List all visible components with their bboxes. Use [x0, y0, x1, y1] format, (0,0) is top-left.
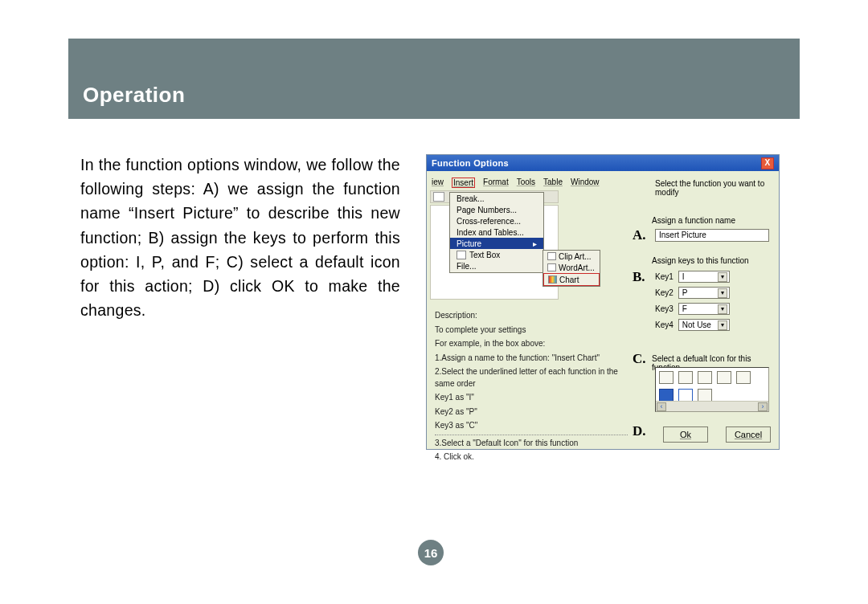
submenu-wordart-label: WordArt... [559, 263, 595, 272]
callout-C: C. [633, 351, 646, 367]
icon-option[interactable] [736, 371, 751, 384]
menu-insert[interactable]: Insert [452, 178, 475, 188]
submenu-chart[interactable]: Chart [543, 273, 600, 286]
key1-select[interactable]: I▾ [678, 271, 730, 283]
menu-view[interactable]: iew [432, 178, 444, 188]
icon-option[interactable] [659, 371, 674, 384]
menu-item-file[interactable]: File... [450, 261, 543, 272]
scroll-left-icon[interactable]: ‹ [657, 402, 666, 411]
submenu-chart-label: Chart [559, 275, 579, 284]
menu-item-page-numbers[interactable]: Page Numbers... [450, 204, 543, 215]
insert-menu-dropdown: Break... Page Numbers... Cross-reference… [449, 192, 544, 273]
submenu-wordart[interactable]: WordArt... [543, 262, 600, 273]
body-paragraph: In the function options window, we follo… [80, 153, 400, 323]
key4-row: Key4 Not Use▾ [655, 319, 730, 331]
toolbar-icon[interactable] [433, 192, 444, 202]
clipart-icon [547, 252, 556, 260]
assign-keys-label: Assign keys to this function [652, 256, 749, 265]
page-banner: Operation [68, 39, 800, 119]
icon-option[interactable] [678, 389, 693, 402]
description-block: Description: To complete your settings F… [435, 308, 628, 463]
dialog-body: iew Insert Format Tools Table Window Bre… [427, 171, 779, 449]
dialog-button-row: Ok Cancel [663, 426, 771, 443]
function-options-dialog: Function Options X iew Insert Format Too… [426, 154, 780, 450]
dialog-titlebar: Function Options X [427, 155, 779, 171]
key1-row: Key1 I▾ [655, 271, 730, 283]
key1-label: Key1 [655, 272, 674, 281]
icon-option[interactable] [678, 371, 693, 384]
wordart-icon [547, 263, 556, 271]
icon-option-selected[interactable] [659, 389, 674, 402]
desc-line: 4. Click ok. [435, 451, 628, 463]
menu-window[interactable]: Window [571, 178, 600, 188]
menu-item-index-tables[interactable]: Index and Tables... [450, 226, 543, 238]
key4-label: Key4 [655, 320, 674, 329]
textbox-icon [457, 251, 466, 259]
desc-line: To complete your settings [435, 324, 628, 337]
menu-item-cross-reference[interactable]: Cross-reference... [450, 215, 543, 226]
desc-line: Key1 as "I" [435, 392, 628, 404]
desc-line: 2.Select the underlined letter of each f… [435, 366, 628, 390]
chart-icon [548, 275, 557, 284]
key3-row: Key3 F▾ [655, 303, 730, 315]
chevron-down-icon: ▾ [718, 320, 727, 330]
icon-picker[interactable]: ‹ › [655, 367, 769, 412]
menu-item-text-box[interactable]: Text Box [450, 249, 543, 261]
key2-value: P [682, 288, 688, 297]
menu-table[interactable]: Table [543, 178, 563, 188]
menu-item-picture-label: Picture [457, 239, 481, 248]
menu-item-break[interactable]: Break... [450, 193, 543, 204]
key2-label: Key2 [655, 288, 674, 297]
key3-select[interactable]: F▾ [678, 303, 730, 315]
menu-format[interactable]: Format [483, 178, 509, 188]
submenu-arrow-icon: ▸ [533, 239, 537, 248]
divider [435, 435, 628, 435]
assign-name-label: Assign a function name [652, 216, 735, 225]
desc-line: Key3 as "C" [435, 420, 628, 432]
key4-select[interactable]: Not Use▾ [678, 319, 730, 331]
key4-value: Not Use [682, 320, 711, 329]
dialog-title: Function Options [432, 158, 509, 168]
menu-item-text-box-label: Text Box [469, 251, 500, 259]
submenu-clipart-label: Clip Art... [559, 252, 592, 261]
key2-row: Key2 P▾ [655, 287, 730, 299]
app-menubar: iew Insert Format Tools Table Window [432, 178, 600, 188]
select-function-label: Select the function you want to modify [655, 179, 779, 197]
chevron-down-icon: ▾ [718, 288, 727, 298]
close-button[interactable]: X [761, 157, 774, 169]
desc-line: 3.Select a "Default Icon" for this funct… [435, 438, 628, 450]
picture-submenu: Clip Art... WordArt... Chart [542, 250, 600, 287]
desc-line: For example, in the box above: [435, 338, 628, 350]
desc-line: Key2 as "P" [435, 406, 628, 418]
icon-option[interactable] [698, 389, 712, 402]
chevron-down-icon: ▾ [718, 304, 727, 314]
key3-label: Key3 [655, 304, 674, 313]
desc-heading: Description: [435, 310, 628, 322]
page-number: 16 [418, 540, 444, 565]
chevron-down-icon: ▾ [718, 272, 727, 282]
scroll-right-icon[interactable]: › [758, 402, 768, 411]
key2-select[interactable]: P▾ [678, 287, 730, 299]
cancel-button[interactable]: Cancel [726, 426, 771, 443]
menu-tools[interactable]: Tools [517, 178, 535, 188]
callout-B: B. [633, 269, 645, 285]
banner-title: Operation [83, 83, 185, 108]
callout-D: D. [633, 423, 646, 439]
function-name-input[interactable]: Insert Picture [655, 229, 769, 242]
key1-value: I [682, 272, 685, 281]
callout-A: A. [633, 227, 646, 243]
menu-item-picture[interactable]: Picture ▸ [450, 238, 543, 249]
key3-value: F [682, 304, 687, 313]
ok-button[interactable]: Ok [663, 426, 708, 443]
icon-scrollbar[interactable]: ‹ › [656, 401, 768, 411]
cancel-button-label: Cancel [735, 430, 762, 439]
icon-option[interactable] [717, 371, 731, 384]
ok-button-label: Ok [680, 430, 691, 439]
icon-grid [656, 368, 768, 405]
desc-line: 1.Assign a name to the function: "Insert… [435, 353, 628, 365]
icon-option[interactable] [698, 371, 712, 384]
submenu-clipart[interactable]: Clip Art... [543, 251, 600, 262]
